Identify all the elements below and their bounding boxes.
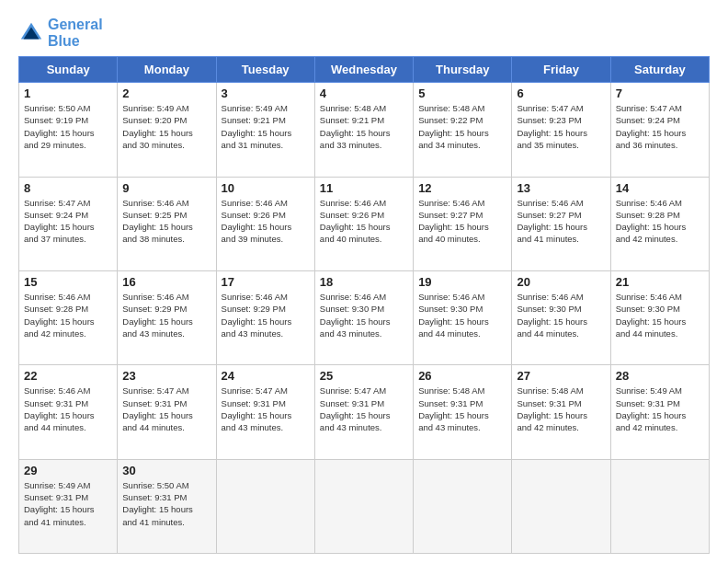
weekday-header-friday: Friday (512, 57, 610, 83)
day-info: Sunrise: 5:46 AM Sunset: 9:30 PM Dayligh… (418, 291, 506, 339)
calendar-day-3: 3Sunrise: 5:49 AM Sunset: 9:21 PM Daylig… (216, 83, 314, 177)
calendar-day-2: 2Sunrise: 5:49 AM Sunset: 9:20 PM Daylig… (118, 83, 216, 177)
calendar-day-29: 29Sunrise: 5:49 AM Sunset: 9:31 PM Dayli… (19, 459, 118, 553)
day-info: Sunrise: 5:48 AM Sunset: 9:31 PM Dayligh… (517, 385, 605, 433)
day-info: Sunrise: 5:47 AM Sunset: 9:24 PM Dayligh… (24, 197, 112, 246)
day-info: Sunrise: 5:49 AM Sunset: 9:20 PM Dayligh… (122, 102, 210, 151)
day-number: 13 (517, 181, 605, 195)
day-info: Sunrise: 5:46 AM Sunset: 9:27 PM Dayligh… (517, 197, 605, 246)
calendar-week-row: 29Sunrise: 5:49 AM Sunset: 9:31 PM Dayli… (19, 459, 710, 553)
day-info: Sunrise: 5:47 AM Sunset: 9:24 PM Dayligh… (616, 102, 704, 151)
calendar-day-7: 7Sunrise: 5:47 AM Sunset: 9:24 PM Daylig… (610, 83, 709, 177)
day-number: 30 (122, 464, 210, 477)
calendar-day-4: 4Sunrise: 5:48 AM Sunset: 9:21 PM Daylig… (314, 83, 413, 177)
day-info: Sunrise: 5:47 AM Sunset: 9:23 PM Dayligh… (517, 102, 605, 151)
calendar-week-row: 8Sunrise: 5:47 AM Sunset: 9:24 PM Daylig… (19, 177, 710, 270)
day-info: Sunrise: 5:50 AM Sunset: 9:19 PM Dayligh… (24, 102, 112, 151)
calendar-day-1: 1Sunrise: 5:50 AM Sunset: 9:19 PM Daylig… (19, 83, 118, 177)
day-info: Sunrise: 5:46 AM Sunset: 9:31 PM Dayligh… (24, 385, 112, 433)
day-number: 22 (24, 369, 112, 383)
day-info: Sunrise: 5:46 AM Sunset: 9:26 PM Dayligh… (320, 197, 408, 246)
day-number: 28 (616, 369, 704, 383)
day-number: 1 (24, 86, 112, 100)
day-info: Sunrise: 5:46 AM Sunset: 9:29 PM Dayligh… (122, 291, 210, 339)
calendar-day-14: 14Sunrise: 5:46 AM Sunset: 9:28 PM Dayli… (610, 177, 709, 270)
calendar-day-12: 12Sunrise: 5:46 AM Sunset: 9:27 PM Dayli… (414, 177, 512, 270)
day-info: Sunrise: 5:47 AM Sunset: 9:31 PM Dayligh… (122, 385, 210, 433)
day-number: 10 (222, 181, 310, 195)
calendar-day-5: 5Sunrise: 5:48 AM Sunset: 9:22 PM Daylig… (414, 83, 512, 177)
calendar-day-10: 10Sunrise: 5:46 AM Sunset: 9:26 PM Dayli… (216, 177, 314, 270)
day-info: Sunrise: 5:47 AM Sunset: 9:31 PM Dayligh… (320, 385, 408, 433)
page: General Blue SundayMondayTuesdayWednesda… (0, 0, 728, 563)
day-info: Sunrise: 5:46 AM Sunset: 9:29 PM Dayligh… (222, 291, 310, 339)
day-number: 23 (122, 369, 210, 383)
day-number: 15 (24, 275, 112, 289)
calendar-day-6: 6Sunrise: 5:47 AM Sunset: 9:23 PM Daylig… (512, 83, 610, 177)
weekday-header-thursday: Thursday (414, 57, 512, 83)
day-info: Sunrise: 5:46 AM Sunset: 9:30 PM Dayligh… (320, 291, 408, 339)
calendar-day-18: 18Sunrise: 5:46 AM Sunset: 9:30 PM Dayli… (314, 270, 413, 364)
day-info: Sunrise: 5:46 AM Sunset: 9:25 PM Dayligh… (122, 197, 210, 246)
day-number: 12 (418, 181, 506, 195)
day-number: 3 (222, 86, 310, 100)
calendar-day-17: 17Sunrise: 5:46 AM Sunset: 9:29 PM Dayli… (216, 270, 314, 364)
calendar-day-24: 24Sunrise: 5:47 AM Sunset: 9:31 PM Dayli… (216, 365, 314, 459)
calendar-day-16: 16Sunrise: 5:46 AM Sunset: 9:29 PM Dayli… (118, 270, 216, 364)
day-info: Sunrise: 5:49 AM Sunset: 9:31 PM Dayligh… (616, 385, 704, 433)
weekday-header-sunday: Sunday (19, 57, 118, 83)
day-number: 27 (517, 369, 605, 383)
weekday-header-monday: Monday (118, 57, 216, 83)
day-number: 21 (616, 275, 704, 289)
calendar-empty-cell (610, 459, 709, 553)
day-number: 25 (320, 369, 408, 383)
day-info: Sunrise: 5:46 AM Sunset: 9:27 PM Dayligh… (418, 197, 506, 246)
calendar-day-26: 26Sunrise: 5:48 AM Sunset: 9:31 PM Dayli… (414, 365, 512, 459)
calendar-day-20: 20Sunrise: 5:46 AM Sunset: 9:30 PM Dayli… (512, 270, 610, 364)
day-number: 11 (320, 181, 408, 195)
day-number: 24 (222, 369, 310, 383)
weekday-header-row: SundayMondayTuesdayWednesdayThursdayFrid… (19, 57, 710, 83)
weekday-header-tuesday: Tuesday (216, 57, 314, 83)
calendar-day-22: 22Sunrise: 5:46 AM Sunset: 9:31 PM Dayli… (19, 365, 118, 459)
day-number: 8 (24, 181, 112, 195)
day-info: Sunrise: 5:46 AM Sunset: 9:30 PM Dayligh… (517, 291, 605, 339)
day-number: 29 (24, 464, 112, 477)
day-number: 4 (320, 86, 408, 100)
day-number: 18 (320, 275, 408, 289)
day-number: 9 (122, 181, 210, 195)
calendar-day-21: 21Sunrise: 5:46 AM Sunset: 9:30 PM Dayli… (610, 270, 709, 364)
weekday-header-wednesday: Wednesday (314, 57, 413, 83)
calendar-empty-cell (414, 459, 512, 553)
day-number: 14 (616, 181, 704, 195)
day-number: 17 (222, 275, 310, 289)
logo-text: General Blue (48, 17, 103, 49)
calendar-day-11: 11Sunrise: 5:46 AM Sunset: 9:26 PM Dayli… (314, 177, 413, 270)
calendar-day-9: 9Sunrise: 5:46 AM Sunset: 9:25 PM Daylig… (118, 177, 216, 270)
calendar-day-30: 30Sunrise: 5:50 AM Sunset: 9:31 PM Dayli… (118, 459, 216, 553)
day-info: Sunrise: 5:50 AM Sunset: 9:31 PM Dayligh… (122, 479, 210, 528)
day-number: 20 (517, 275, 605, 289)
calendar-day-28: 28Sunrise: 5:49 AM Sunset: 9:31 PM Dayli… (610, 365, 709, 459)
calendar-day-19: 19Sunrise: 5:46 AM Sunset: 9:30 PM Dayli… (414, 270, 512, 364)
day-number: 26 (418, 369, 506, 383)
calendar-day-23: 23Sunrise: 5:47 AM Sunset: 9:31 PM Dayli… (118, 365, 216, 459)
logo-icon (18, 20, 44, 46)
calendar-empty-cell (216, 459, 314, 553)
day-number: 5 (418, 86, 506, 100)
header: General Blue (18, 17, 710, 49)
logo: General Blue (18, 17, 103, 49)
calendar-empty-cell (314, 459, 413, 553)
day-info: Sunrise: 5:46 AM Sunset: 9:28 PM Dayligh… (24, 291, 112, 339)
calendar-day-15: 15Sunrise: 5:46 AM Sunset: 9:28 PM Dayli… (19, 270, 118, 364)
day-info: Sunrise: 5:47 AM Sunset: 9:31 PM Dayligh… (222, 385, 310, 433)
weekday-header-saturday: Saturday (610, 57, 709, 83)
day-info: Sunrise: 5:48 AM Sunset: 9:31 PM Dayligh… (418, 385, 506, 433)
calendar-week-row: 22Sunrise: 5:46 AM Sunset: 9:31 PM Dayli… (19, 365, 710, 459)
day-info: Sunrise: 5:46 AM Sunset: 9:28 PM Dayligh… (616, 197, 704, 246)
day-info: Sunrise: 5:48 AM Sunset: 9:22 PM Dayligh… (418, 102, 506, 151)
day-number: 6 (517, 86, 605, 100)
calendar-table: SundayMondayTuesdayWednesdayThursdayFrid… (18, 56, 710, 554)
calendar-day-25: 25Sunrise: 5:47 AM Sunset: 9:31 PM Dayli… (314, 365, 413, 459)
day-info: Sunrise: 5:48 AM Sunset: 9:21 PM Dayligh… (320, 102, 408, 151)
